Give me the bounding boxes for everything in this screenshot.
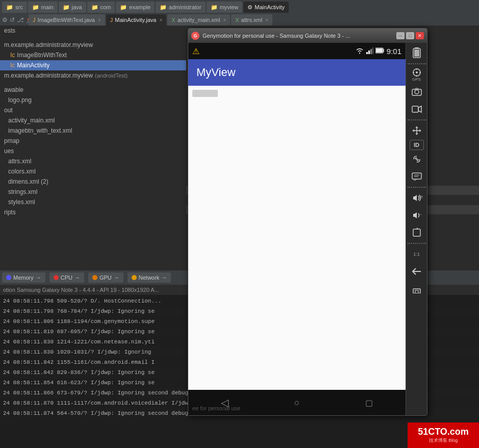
editor-tab-bar: ⚙ ↺ ⎇ 📌 J ImageBtnWithText.java × J Main… <box>0 14 479 26</box>
file-tree-item-dimens[interactable]: dimens.xml (2) <box>0 177 186 187</box>
svg-rect-27 <box>415 290 418 293</box>
file-tree-item[interactable]: ripts <box>0 207 186 217</box>
breadcrumb-tab-bar: 📁 src 📁 main 📁 java 📁 com 📁 example 📁 ad… <box>0 0 479 14</box>
cto-sub-text: 技术博客 Blog <box>429 437 458 444</box>
settings-icon[interactable]: ⚙ <box>2 16 8 23</box>
file-tree-item-activity-main[interactable]: activity_main.xml <box>0 115 186 126</box>
home-nav-icon[interactable]: ○ <box>294 397 300 408</box>
svg-rect-0 <box>366 52 368 54</box>
network-monitor-button[interactable]: Network → <box>128 272 171 283</box>
tab-example[interactable]: 📁 example <box>116 2 155 13</box>
folder-icon: 📁 <box>6 4 13 11</box>
volume-up-button[interactable]: + <box>408 190 426 206</box>
editor-tab-imagebtn[interactable]: J ImageBtnWithText.java × <box>29 14 105 26</box>
tab-administrator[interactable]: 📁 administrator <box>156 2 206 13</box>
network-dot <box>132 275 137 280</box>
rotate-tool-button[interactable] <box>408 225 426 241</box>
tab-close-icon[interactable]: × <box>265 17 268 23</box>
file-tree-item-androidtest[interactable]: m.example.administrator.myview (androidT… <box>0 70 186 81</box>
file-tree-item-attrs[interactable]: attrs.xml <box>0 156 186 166</box>
java-file-icon: J <box>33 17 36 23</box>
tab-main[interactable]: 📁 main <box>28 2 58 13</box>
file-tree-item[interactable]: out <box>0 105 186 115</box>
tab-close-icon[interactable]: × <box>98 17 101 23</box>
class-file-icon: Ic <box>10 52 15 59</box>
gpu-monitor-button[interactable]: GPU → <box>88 272 123 283</box>
folder-icon: 📁 <box>211 4 218 11</box>
emulator-right-toolbar: GPS <box>406 43 427 415</box>
signal-icon <box>366 47 373 56</box>
file-tree-item-mainactivity[interactable]: Ic MainActivity <box>0 60 186 70</box>
id-tool-button[interactable]: ID <box>410 140 424 150</box>
content-placeholder <box>192 90 218 97</box>
file-tree-item-colors[interactable]: colors.xml <box>0 166 186 177</box>
tab-close-icon[interactable]: × <box>159 17 162 23</box>
back-button[interactable] <box>408 263 426 280</box>
maximize-button[interactable]: □ <box>406 32 414 39</box>
home-button[interactable] <box>408 281 426 297</box>
folder-icon: 📁 <box>32 4 39 11</box>
class-icon: ⚙ <box>247 4 253 11</box>
tab-mainactivity[interactable]: ⚙ MainActivity <box>243 2 289 13</box>
file-tree-item[interactable]: ests <box>0 26 186 36</box>
tab-java[interactable]: 📁 java <box>59 2 86 13</box>
arrow-icon: → <box>36 275 41 281</box>
svg-rect-3 <box>372 47 373 54</box>
folder-icon: 📁 <box>63 4 70 11</box>
refresh-icon[interactable]: ↺ <box>10 16 15 23</box>
file-tree-item-imagebtn[interactable]: Ic ImageBtnWithText <box>0 50 186 60</box>
editor-tab-attrs[interactable]: X attrs.xml × <box>231 14 272 26</box>
recents-nav-icon[interactable]: ▢ <box>365 398 373 408</box>
phone-content-area[interactable] <box>188 86 406 390</box>
camera-tool-button[interactable] <box>408 84 426 100</box>
svg-point-19 <box>416 159 417 160</box>
file-tree-item[interactable]: awable <box>0 85 186 95</box>
window-controls: ─ □ ✕ <box>396 32 424 39</box>
separator-dotted-4 <box>408 243 426 244</box>
class-file-icon: Ic <box>10 62 15 69</box>
warning-icon: ⚠ <box>192 46 199 56</box>
file-tree-item-styles[interactable]: styles.xml <box>0 197 186 207</box>
tab-close-icon[interactable]: × <box>223 17 226 23</box>
svg-rect-20 <box>412 173 421 179</box>
cpu-monitor-button[interactable]: CPU → <box>49 272 84 283</box>
svg-rect-2 <box>370 49 372 54</box>
file-tree-item-strings[interactable]: strings.xml <box>0 187 186 197</box>
file-tree-item-logo[interactable]: logo.png <box>0 95 186 105</box>
svg-text:+: + <box>421 194 422 200</box>
memory-monitor-button[interactable]: Memory → <box>2 272 45 283</box>
file-tree-item-imagebtn-xml[interactable]: imagebtn_with_text.xml <box>0 126 186 136</box>
file-tree-item[interactable]: m.example.administrator.myview <box>0 40 186 50</box>
gps-label: GPS <box>412 77 421 82</box>
volume-down-button[interactable]: - <box>408 207 426 223</box>
xml-file-icon: X <box>171 17 175 23</box>
scale-tool-button[interactable]: 1:1 <box>408 246 426 262</box>
svg-rect-25 <box>413 229 420 236</box>
svg-rect-18 <box>412 106 418 112</box>
editor-tab-activity-main[interactable]: X activity_main.xml × <box>167 14 230 26</box>
move-tool-button[interactable] <box>408 122 426 139</box>
editor-tab-mainactivity[interactable]: J MainActivity.java × <box>106 14 166 26</box>
emulator-title-bar: G Genymotion for personal use - Samsung … <box>188 29 427 43</box>
file-tree-item[interactable]: pmap <box>0 136 186 146</box>
battery-tool-button[interactable] <box>408 45 426 61</box>
tab-com[interactable]: 📁 com <box>87 2 115 13</box>
separator-dotted-3 <box>408 187 426 188</box>
tab-src[interactable]: 📁 src <box>2 2 27 13</box>
arrow-icon: → <box>114 275 119 281</box>
sms-tool-button[interactable] <box>408 168 426 185</box>
branch-icon[interactable]: ⎇ <box>17 16 24 23</box>
svg-point-16 <box>415 90 419 94</box>
svg-rect-1 <box>368 51 370 54</box>
video-tool-button[interactable] <box>408 101 426 117</box>
gps-tool-button[interactable]: GPS <box>408 66 426 83</box>
nfc-tool-button[interactable] <box>408 151 426 167</box>
arrow-icon: → <box>74 275 80 281</box>
minimize-button[interactable]: ─ <box>396 32 405 39</box>
close-button[interactable]: ✕ <box>416 32 424 39</box>
editor-toolbar-icons: ⚙ ↺ ⎇ 📌 <box>2 16 28 23</box>
file-tree-item[interactable]: ues <box>0 146 186 156</box>
status-right: 9:01 <box>355 47 401 56</box>
tab-myview[interactable]: 📁 myview <box>207 2 243 13</box>
svg-text:-: - <box>420 212 421 217</box>
